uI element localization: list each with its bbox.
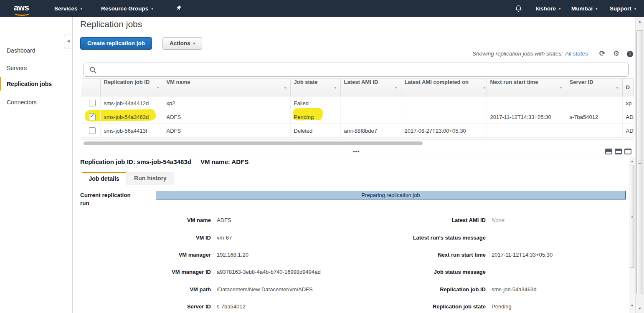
detail-pane-title: Replication job ID: sms-job-54a3463dVM n… bbox=[80, 158, 248, 165]
detail-fields-right: Latest AMI IDNone Latest run's status me… bbox=[351, 212, 629, 313]
info-icon[interactable]: i bbox=[627, 51, 633, 57]
chevron-down-icon: ▾ bbox=[81, 7, 83, 11]
sidebar-collapse-button[interactable]: ◀ bbox=[64, 35, 72, 48]
table-row[interactable]: sms-job-56a4413f ADFS Deleted ami-88f8bd… bbox=[81, 124, 634, 138]
cell-next-run bbox=[487, 124, 566, 138]
filter-status-text: Showing replication jobs with states: bbox=[472, 50, 563, 57]
field-label: VM manager bbox=[80, 252, 211, 258]
filter-all-states-link[interactable]: All states bbox=[565, 50, 588, 57]
layout-table-only-icon[interactable] bbox=[605, 149, 612, 154]
field-value: Pending bbox=[492, 303, 512, 310]
sidebar-item-dashboard[interactable]: Dashboard bbox=[0, 44, 72, 57]
nav-services-menu[interactable]: Services▾ bbox=[54, 0, 82, 17]
sidebar-item-servers[interactable]: Servers bbox=[0, 61, 72, 75]
column-label: Server ID bbox=[570, 79, 593, 85]
scroll-down-arrow[interactable]: ▼ bbox=[629, 303, 635, 309]
scroll-down-arrow[interactable]: ▼ bbox=[636, 305, 644, 312]
pin-icon[interactable] bbox=[175, 5, 182, 14]
nav-support-label: Support bbox=[610, 5, 631, 12]
scrollbar-thumb[interactable] bbox=[630, 165, 634, 268]
divider bbox=[81, 139, 634, 140]
replication-progress-bar: Preparing replication job bbox=[156, 191, 626, 199]
actions-button[interactable]: Actions▾ bbox=[162, 37, 202, 50]
progress-bar-text: Preparing replication job bbox=[361, 192, 420, 198]
detail-pane-scrollbar: ▲ ▼ bbox=[629, 157, 635, 313]
field-label: Next run start time bbox=[351, 252, 486, 258]
sidebar-item-connectors[interactable]: Connectors bbox=[0, 96, 72, 109]
cell-vm-name: ADFS bbox=[163, 124, 290, 138]
sort-caret-icon: ▾ bbox=[157, 79, 159, 96]
field-label: Replication job state bbox=[351, 303, 486, 310]
filter-status-line: Showing replication jobs with states:All… bbox=[472, 50, 588, 57]
search-icon bbox=[89, 66, 97, 74]
cell-latest-ami bbox=[340, 110, 401, 124]
search-input[interactable] bbox=[100, 63, 626, 77]
chevron-down-icon: ▾ bbox=[559, 7, 561, 11]
cell-vm-name: xp2 bbox=[163, 96, 290, 110]
cell-job-id: sms-job-44a4412d bbox=[100, 96, 163, 110]
table-row-selected[interactable]: ✔ sms-job-54a3463d ADFS Pending 2017-11-… bbox=[81, 110, 634, 124]
notifications-bell-icon[interactable] bbox=[515, 5, 522, 14]
layout-detail-view-icon[interactable] bbox=[624, 149, 631, 154]
column-header-replication-job-id[interactable]: Replication job ID▾ bbox=[100, 79, 163, 96]
column-header-job-state[interactable]: Job state▾ bbox=[290, 79, 340, 96]
gear-icon[interactable]: ⚙ bbox=[613, 50, 619, 58]
field-label: Latest run's status message bbox=[351, 235, 486, 241]
search-bar bbox=[84, 63, 629, 77]
column-header-latest-ami-id[interactable]: Latest AMI ID▾ bbox=[340, 79, 401, 96]
refresh-icon[interactable]: ⟳ bbox=[599, 50, 605, 58]
field-value: 2017-11-12T14:33+05:30 bbox=[492, 252, 553, 258]
layout-split-view-icon[interactable] bbox=[615, 149, 622, 154]
page-scrollbar: ▲ ▼ bbox=[635, 17, 644, 313]
column-header-cut-off[interactable]: D bbox=[622, 79, 634, 96]
field-value: s-7ba54012 bbox=[217, 303, 246, 310]
horizontal-scrollbar-thumb[interactable] bbox=[84, 141, 423, 145]
sort-caret-icon: ▾ bbox=[395, 79, 397, 96]
sidebar: Dashboard Servers Replication jobs Conne… bbox=[0, 17, 73, 313]
nav-user-menu[interactable]: kishore▾ bbox=[536, 0, 561, 17]
table-header-row: Replication job ID▾ VM name▾ Job state▾ … bbox=[81, 79, 634, 96]
cell-server-id: s-7ba54012 bbox=[566, 110, 622, 124]
cell-server-id bbox=[566, 96, 622, 110]
field-label: Server ID bbox=[80, 303, 211, 310]
row-checkbox[interactable] bbox=[89, 127, 96, 134]
scrollbar-thumb[interactable] bbox=[636, 30, 643, 294]
cell-latest-ami bbox=[340, 96, 401, 110]
field-label: VM name bbox=[80, 217, 211, 223]
scroll-up-arrow[interactable]: ▲ bbox=[629, 158, 635, 164]
field-label: VM path bbox=[80, 286, 211, 293]
field-value: /Datacenters/New Datacenter/vm/ADFS bbox=[217, 286, 313, 293]
scrollbar-grip bbox=[638, 161, 641, 164]
field-value: ADFS bbox=[217, 217, 231, 223]
column-header-next-run-start-time[interactable]: Next run start time▾ bbox=[487, 79, 566, 96]
column-header-server-id[interactable]: Server ID▾ bbox=[566, 79, 622, 96]
pane-resize-handle[interactable]: ••• bbox=[353, 148, 360, 154]
create-replication-job-button[interactable]: Create replication job bbox=[80, 37, 152, 50]
tab-run-history[interactable]: Run history bbox=[127, 172, 174, 185]
nav-support-menu[interactable]: Support▾ bbox=[610, 0, 636, 17]
field-label: Job status message bbox=[351, 269, 486, 275]
nav-resource-groups-menu[interactable]: Resource Groups▾ bbox=[101, 0, 153, 17]
column-header-latest-ami-completed-on[interactable]: Latest AMI completed on▾ bbox=[401, 79, 487, 96]
cell-next-run bbox=[487, 96, 566, 110]
column-header-vm-name[interactable]: VM name▾ bbox=[163, 79, 290, 96]
row-checkbox-checked[interactable]: ✔ bbox=[89, 114, 96, 120]
detail-title-vm-name: VM name: ADFS bbox=[200, 158, 248, 165]
cell-latest-ami-completed bbox=[401, 96, 487, 110]
row-checkbox[interactable] bbox=[89, 100, 96, 106]
field-label: VM manager ID bbox=[80, 269, 211, 275]
aws-logo[interactable]: aws bbox=[14, 3, 29, 13]
scroll-up-arrow[interactable]: ▲ bbox=[636, 18, 644, 25]
nav-resource-groups-label: Resource Groups bbox=[101, 5, 148, 12]
column-label: VM name bbox=[167, 79, 190, 85]
aws-smile-icon bbox=[14, 11, 30, 16]
cell-job-state: Deleted bbox=[290, 124, 340, 138]
sidebar-item-replication-jobs[interactable]: Replication jobs bbox=[0, 77, 72, 91]
nav-region-menu[interactable]: Mumbai▾ bbox=[571, 0, 598, 17]
sort-caret-icon: ▾ bbox=[560, 79, 562, 96]
cell-vm-name: ADFS bbox=[163, 110, 290, 124]
cell-latest-ami-completed: 2017-08-27T23:00+05:30 bbox=[401, 124, 487, 138]
tab-job-details[interactable]: Job details bbox=[82, 172, 126, 185]
field-value: None bbox=[492, 217, 505, 223]
table-row[interactable]: sms-job-44a4412d xp2 Failed xp bbox=[81, 96, 634, 110]
